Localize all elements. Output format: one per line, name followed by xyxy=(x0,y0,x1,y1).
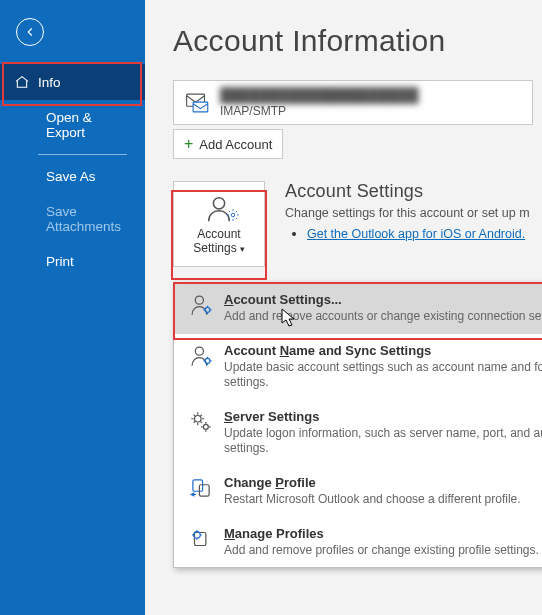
svg-rect-1 xyxy=(193,102,208,112)
profile-swap-icon xyxy=(186,475,216,508)
sidebar-item-label: Info xyxy=(38,75,61,90)
menu-item-title: Account Settings... xyxy=(224,292,542,307)
person-gear-icon xyxy=(186,343,216,391)
page-title: Account Information xyxy=(173,24,542,58)
add-account-button[interactable]: + Add Account xyxy=(173,129,283,159)
menu-item-desc: Add and remove accounts or change existi… xyxy=(224,309,542,325)
menu-item-title: Account Name and Sync Settings xyxy=(224,343,542,358)
arrow-left-icon xyxy=(23,25,37,39)
mailbox-icon xyxy=(184,91,212,115)
menu-item-name-sync[interactable]: Account Name and Sync Settings Update ba… xyxy=(174,334,542,400)
back-button[interactable] xyxy=(16,18,44,46)
profile-gear-icon xyxy=(186,526,216,559)
backstage-sidebar: Info Open & Export Save As Save Attachme… xyxy=(0,0,145,615)
svg-point-9 xyxy=(203,424,208,429)
menu-item-server-settings[interactable]: Server Settings Update logon information… xyxy=(174,400,542,466)
menu-item-desc: Update logon information, such as server… xyxy=(224,426,542,457)
account-selector[interactable]: ████████████████████ IMAP/SMTP xyxy=(173,80,533,125)
svg-rect-10 xyxy=(193,480,203,491)
gear-icon xyxy=(186,409,216,457)
menu-item-title: Change Profile xyxy=(224,475,521,490)
menu-item-manage-profiles[interactable]: Manage Profiles Add and remove profiles … xyxy=(174,517,542,568)
outlook-app-link[interactable]: Get the Outlook app for iOS or Android. xyxy=(307,227,525,241)
sidebar-item-print[interactable]: Print xyxy=(0,244,145,279)
sidebar-item-label: Save Attachments xyxy=(46,204,131,234)
svg-point-2 xyxy=(213,197,224,208)
sidebar-item-label: Open & Export xyxy=(46,110,131,140)
person-gear-icon xyxy=(186,292,216,325)
sidebar-item-label: Save As xyxy=(46,169,96,184)
menu-item-change-profile[interactable]: Change Profile Restart Microsoft Outlook… xyxy=(174,466,542,517)
svg-point-8 xyxy=(195,415,202,422)
button-label: Account Settings▾ xyxy=(193,227,244,256)
home-icon xyxy=(14,74,30,90)
menu-item-desc: Update basic account settings such as ac… xyxy=(224,360,542,391)
sidebar-divider xyxy=(38,154,127,155)
sidebar-item-label: Print xyxy=(46,254,74,269)
menu-item-title: Server Settings xyxy=(224,409,542,424)
sidebar-item-save-as[interactable]: Save As xyxy=(0,159,145,194)
menu-item-desc: Restart Microsoft Outlook and choose a d… xyxy=(224,492,521,508)
svg-point-4 xyxy=(195,296,203,304)
svg-point-3 xyxy=(231,213,235,217)
svg-point-6 xyxy=(195,347,203,355)
account-type: IMAP/SMTP xyxy=(220,104,418,118)
account-settings-info: Account Settings Change settings for thi… xyxy=(285,181,530,267)
add-account-label: Add Account xyxy=(199,137,272,152)
account-settings-button[interactable]: Account Settings▾ xyxy=(173,181,265,267)
menu-item-title: Manage Profiles xyxy=(224,526,539,541)
sidebar-item-save-attachments: Save Attachments xyxy=(0,194,145,244)
menu-item-account-settings[interactable]: Account Settings... Add and remove accou… xyxy=(174,283,542,334)
settings-desc: Change settings for this account or set … xyxy=(285,206,530,220)
main-content: Account Information ████████████████████… xyxy=(145,0,542,615)
account-email: ████████████████████ xyxy=(220,87,418,103)
chevron-down-icon: ▾ xyxy=(240,244,245,254)
sidebar-item-info[interactable]: Info xyxy=(0,64,145,100)
menu-item-desc: Add and remove profiles or change existi… xyxy=(224,543,539,559)
sidebar-item-open-export[interactable]: Open & Export xyxy=(0,100,145,150)
gear-icon xyxy=(226,208,240,225)
svg-rect-11 xyxy=(199,485,209,496)
settings-heading: Account Settings xyxy=(285,181,530,202)
account-settings-dropdown: Account Settings... Add and remove accou… xyxy=(173,282,542,568)
plus-icon: + xyxy=(184,135,193,153)
